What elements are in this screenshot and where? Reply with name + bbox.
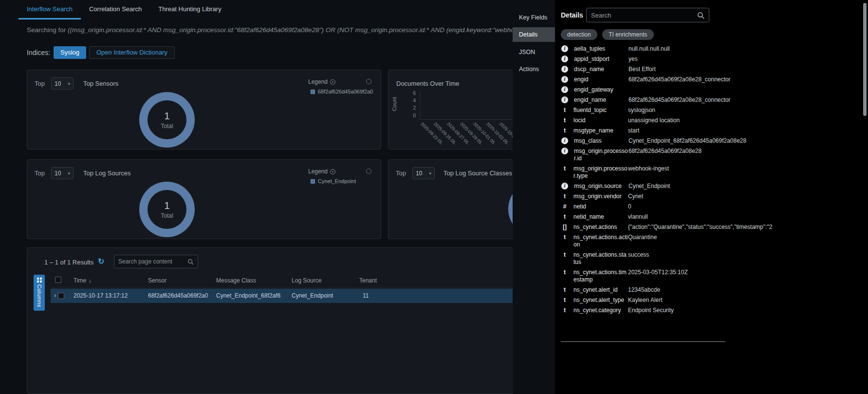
field-type-icon: t xyxy=(561,286,569,294)
flyout-nav-key-fields[interactable]: Key Fields xyxy=(513,14,555,21)
legend-item[interactable]: Cynet_Endpoint xyxy=(311,178,356,184)
field-type-icon: i xyxy=(561,86,568,93)
top-count-select[interactable]: 10 ▾ xyxy=(51,167,74,179)
panel-title: Documents Over Time xyxy=(396,80,459,87)
details-search-input[interactable] xyxy=(591,12,697,19)
donut-center: 1 Total xyxy=(139,182,195,237)
panel-title: Top Log Source Classes xyxy=(443,169,512,177)
tab-interflow-search[interactable]: Interflow Search xyxy=(18,0,81,19)
column-header-sensor[interactable]: Sensor xyxy=(148,277,166,284)
flyout-nav-json[interactable]: JSON xyxy=(513,49,555,56)
top-count-select[interactable]: 10 ▾ xyxy=(412,167,435,179)
column-header-tenant[interactable]: Tenant xyxy=(359,277,377,284)
field-key: locid xyxy=(573,117,628,124)
field-key: ns_cynet.alert_id xyxy=(573,286,628,294)
column-header-log-source[interactable]: Log Source xyxy=(292,277,321,284)
legend-swatch-icon xyxy=(311,179,315,184)
filter-chips: detection TI enrichments xyxy=(561,29,657,40)
panel-toggle-icon[interactable] xyxy=(366,169,371,174)
field-key: msg_origin.processor.type xyxy=(573,165,628,180)
columns-button[interactable]: Columns xyxy=(34,275,45,311)
x-tick: 2025-10-03 05. xyxy=(485,121,510,146)
field-type-icon: # xyxy=(561,203,569,210)
x-tick: 2025-09-27 05. xyxy=(446,121,470,146)
field-key: appid_stdport xyxy=(574,56,628,63)
field-value: Cynet_Endpoint_68f2af626d45a069f2a08e28 xyxy=(628,137,860,145)
field-row: t ns_cynet.actions.timestamp 2025-03-05T… xyxy=(561,267,860,285)
field-value: null.null.null.null xyxy=(628,45,860,53)
field-value: success xyxy=(628,251,860,259)
scrollbar-thumb[interactable] xyxy=(863,3,867,116)
top-sensors-donut-chart[interactable]: 1 Total xyxy=(139,92,195,148)
flyout-nav-actions[interactable]: Actions xyxy=(513,66,555,73)
field-row: i msg_origin.source Cynet_Endpoint xyxy=(561,181,860,191)
top-label: Top xyxy=(396,169,406,177)
row-expand-icon[interactable]: › xyxy=(54,291,56,299)
field-value: 12345abcde xyxy=(628,286,860,294)
page-search-box xyxy=(114,255,198,268)
page-search-input[interactable] xyxy=(118,258,187,265)
field-value: 68f2af626d45a069f2a08e28 xyxy=(628,148,860,155)
top-log-sources-donut-chart[interactable]: 1 Total xyxy=(139,182,195,237)
syslog-index-button[interactable]: Syslog xyxy=(54,46,86,59)
field-row: t netid_name vlannull xyxy=(561,212,860,222)
open-interflow-dictionary-button[interactable]: Open Interflow Dictionary xyxy=(89,46,175,59)
legend-item[interactable]: 68f2af626d45a069f2a0 xyxy=(311,89,373,94)
table-row[interactable]: › 2025-10-17 13:17:12 68f2af626d45a069f2… xyxy=(51,289,513,303)
field-row: t locid unassigned location xyxy=(561,115,860,126)
field-type-icon: t xyxy=(561,117,569,124)
row-checkbox[interactable] xyxy=(58,293,64,299)
field-row: i dscp_name Best Effort xyxy=(561,64,860,75)
legend-add-icon[interactable]: + xyxy=(330,169,335,174)
cell-time: 2025-10-17 13:17:12 xyxy=(74,292,128,299)
y-tick: 6 xyxy=(408,91,416,96)
legend-text: Legend xyxy=(308,78,328,85)
field-key: ns_cynet.category xyxy=(573,307,628,314)
chip-ti-enrichments[interactable]: TI enrichments xyxy=(602,29,653,40)
legend-item-label: 68f2af626d45a069f2a0 xyxy=(318,89,373,94)
field-value: Cynet xyxy=(628,193,860,200)
details-flyout: Details detection TI enrichments i aella… xyxy=(555,0,868,394)
field-row: t ns_cynet.category Endpoint Security xyxy=(561,305,860,316)
field-type-icon: [] xyxy=(561,224,569,231)
refresh-icon[interactable]: ↻ xyxy=(98,257,104,266)
legend-add-icon[interactable]: + xyxy=(330,79,335,85)
top-count-value: 10 xyxy=(55,80,68,87)
search-query-text: ((msg_origin.processor.id:* AND msg_orig… xyxy=(68,26,513,34)
field-key: dscp_name xyxy=(574,66,628,73)
column-header-message-class[interactable]: Message Class xyxy=(216,277,256,284)
field-row: t msgtype_name start xyxy=(561,126,860,136)
column-header-label: Time xyxy=(74,277,86,284)
field-row: t msg_origin.vendor Cynet xyxy=(561,191,860,202)
panel-toggle-icon[interactable] xyxy=(366,79,371,84)
field-type-icon: i xyxy=(561,45,568,52)
tab-threat-hunting-library[interactable]: Threat Hunting Library xyxy=(150,0,229,19)
field-key: netid xyxy=(573,203,628,210)
top-nav: Interflow Search Correlation Search Thre… xyxy=(0,0,513,19)
column-header-time[interactable]: Time↓ xyxy=(74,277,92,284)
field-list-divider xyxy=(561,341,725,342)
top-log-source-classes-donut-chart[interactable] xyxy=(508,181,513,237)
chevron-down-icon: ▾ xyxy=(68,171,70,176)
legend-swatch-icon xyxy=(311,90,315,94)
x-tick: 2025-09-23 05. xyxy=(420,121,444,146)
select-all-checkbox[interactable] xyxy=(55,277,61,283)
tab-correlation-search[interactable]: Correlation Search xyxy=(81,0,150,19)
field-value: Quarantine xyxy=(628,234,860,241)
field-type-icon: t xyxy=(561,234,569,241)
field-key: ns_cynet.actions.action xyxy=(573,234,628,248)
field-type-icon: t xyxy=(561,107,569,114)
field-type-icon: t xyxy=(561,251,569,259)
top-count-select[interactable]: 10 ▾ xyxy=(51,77,74,90)
flyout-nav-details[interactable]: Details xyxy=(513,27,555,42)
field-list: i aella_tuples null.null.null.null i app… xyxy=(561,44,860,316)
table-header-divider xyxy=(51,288,513,288)
chevron-down-icon: ▾ xyxy=(429,171,431,176)
field-type-icon: i xyxy=(561,56,568,62)
panel-documents-over-time: Documents Over Time Count 6 4 2 0 2025-0… xyxy=(388,70,513,150)
legend-label: Legend + xyxy=(308,78,335,85)
field-row: t fluentd_topic syslogjson xyxy=(561,105,860,115)
chip-detection[interactable]: detection xyxy=(561,29,597,40)
field-key: ns_cynet.actions.timestamp xyxy=(573,269,628,283)
field-value: syslogjson xyxy=(628,107,860,114)
